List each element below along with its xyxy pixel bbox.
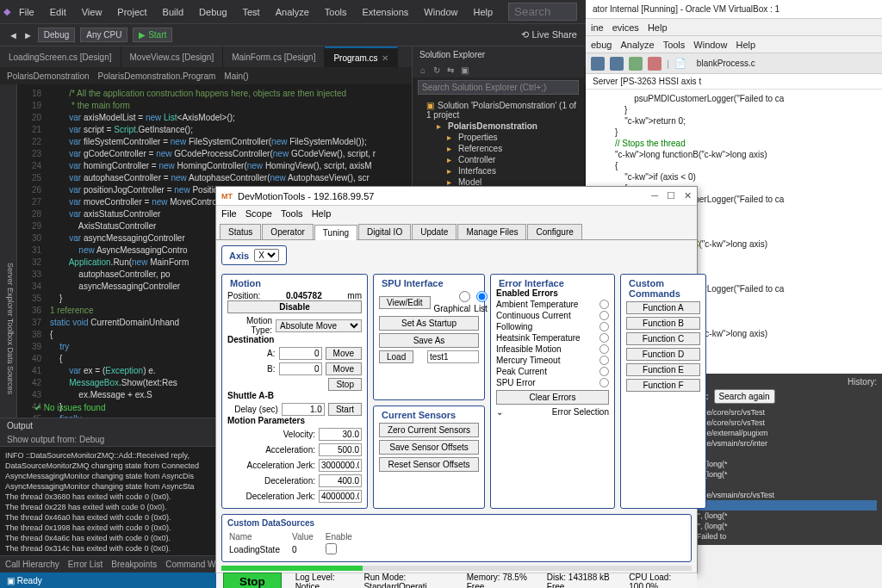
tab-breakpoints[interactable]: Breakpoints xyxy=(111,560,157,569)
move-a-button[interactable]: Move xyxy=(326,347,362,360)
custom-fn-button[interactable]: Function B xyxy=(626,317,700,330)
fwd-icon[interactable] xyxy=(610,57,624,71)
menu-window[interactable]: Window xyxy=(417,3,464,21)
tab-operator[interactable]: Operator xyxy=(262,224,313,239)
reset-offsets-button[interactable]: Reset Sensor Offsets xyxy=(379,457,479,472)
accel-jerk-input[interactable] xyxy=(319,459,362,472)
menu-devices[interactable]: evices xyxy=(612,22,639,33)
motion-type-select[interactable]: Absolute Move xyxy=(276,319,362,332)
graphical-radio[interactable] xyxy=(459,291,470,302)
tree-node[interactable]: ▸Interfaces xyxy=(416,165,581,176)
crumb-project[interactable]: PolarisDemonstration xyxy=(7,71,90,81)
save-offsets-button[interactable]: Save Sensor Offsets xyxy=(379,440,479,455)
nav-fwd-icon[interactable]: ► xyxy=(23,30,33,40)
home-icon[interactable]: ⌂ xyxy=(418,65,428,75)
crumb-class[interactable]: PolarisDemonstration.Program xyxy=(98,71,216,81)
maximize-icon[interactable]: ☐ xyxy=(667,190,675,201)
tab-moveview[interactable]: MoveView.cs [Design] xyxy=(121,46,224,67)
menu-scope[interactable]: Scope xyxy=(245,208,272,219)
qt-menu-analyze[interactable]: Analyze xyxy=(620,40,654,50)
menu-project[interactable]: Project xyxy=(110,3,153,21)
tree-node[interactable]: ▸Properties xyxy=(416,132,581,143)
build-icon[interactable] xyxy=(629,57,643,71)
tab-mainform[interactable]: MainForm.cs [Design] xyxy=(223,46,325,67)
custom-fn-button[interactable]: Function C xyxy=(626,332,700,345)
platform-dropdown[interactable]: Any CPU xyxy=(80,28,127,42)
tab-configure[interactable]: Configure xyxy=(527,224,581,239)
menu-help[interactable]: Help xyxy=(312,208,332,219)
start-shuttle-button[interactable]: Start xyxy=(328,403,362,416)
custom-fn-button[interactable]: Function F xyxy=(626,379,700,392)
menu-file[interactable]: File xyxy=(221,208,237,219)
tab-loadingscreen[interactable]: LoadingScreen.cs [Design] xyxy=(0,46,121,67)
custom-fn-button[interactable]: Function D xyxy=(626,348,700,361)
delay-input[interactable] xyxy=(282,403,325,416)
zero-sensors-button[interactable]: Zero Current Sensors xyxy=(379,423,479,437)
qt-menu-window[interactable]: Window xyxy=(693,40,727,50)
tab-program[interactable]: Program.cs✕ xyxy=(325,46,397,67)
tab-errorlist[interactable]: Error List xyxy=(68,560,103,569)
accel-input[interactable] xyxy=(319,443,362,456)
list-radio[interactable] xyxy=(476,291,488,302)
clear-errors-button[interactable]: Clear Errors xyxy=(496,390,609,405)
back-icon[interactable] xyxy=(591,57,605,71)
menu-help[interactable]: Help xyxy=(466,3,500,21)
tab-tuning[interactable]: Tuning xyxy=(314,225,357,240)
solexp-search[interactable]: Search Solution Explorer (Ctrl+;) xyxy=(418,80,579,95)
qt-menu-help[interactable]: Help xyxy=(736,40,755,50)
menu-test[interactable]: Test xyxy=(236,3,267,21)
viewedit-button[interactable]: View/Edit xyxy=(379,296,431,309)
tree-node[interactable]: ▸References xyxy=(416,143,581,154)
menu-debug[interactable]: Debug xyxy=(192,3,233,21)
move-b-button[interactable]: Move xyxy=(326,362,362,375)
collapse-icon[interactable]: ▣ xyxy=(459,65,469,75)
search-again-button[interactable] xyxy=(714,389,775,404)
menu-help[interactable]: Help xyxy=(648,22,668,33)
custom-fn-button[interactable]: Function A xyxy=(626,301,700,314)
minimize-icon[interactable]: ─ xyxy=(651,190,658,201)
sln-node[interactable]: ▣Solution 'PolarisDemonstration' (1 of 1… xyxy=(416,100,581,121)
qt-menu-debug[interactable]: ebug xyxy=(591,40,612,50)
stop-icon[interactable] xyxy=(648,57,662,71)
config-dropdown[interactable]: Debug xyxy=(38,28,75,42)
nav-back-icon[interactable]: ◄ xyxy=(9,30,18,40)
axis-dropdown[interactable]: X xyxy=(254,249,279,262)
menu-extensions[interactable]: Extensions xyxy=(356,3,416,21)
tab-callhierarchy[interactable]: Call Hierarchy xyxy=(5,560,59,569)
crumb-method[interactable]: Main() xyxy=(224,71,248,81)
set-startup-button[interactable]: Set As Startup xyxy=(379,316,479,331)
open-file[interactable]: blankProcess.c xyxy=(697,59,755,68)
close-icon[interactable]: ✕ xyxy=(684,190,692,201)
tab-managefiles[interactable]: Manage Files xyxy=(457,224,526,239)
menu-tools[interactable]: Tools xyxy=(318,3,354,21)
menu-build[interactable]: Build xyxy=(156,3,190,21)
stop-main-button[interactable]: Stop xyxy=(223,573,282,588)
tab-update[interactable]: Update xyxy=(412,224,457,239)
saveas-button[interactable]: Save As xyxy=(379,333,479,348)
close-icon[interactable]: ✕ xyxy=(382,53,388,63)
dest-a-input[interactable] xyxy=(279,347,322,360)
chevron-down-icon[interactable]: ⌄ xyxy=(496,407,503,417)
decel-jerk-input[interactable] xyxy=(319,490,362,503)
velocity-input[interactable] xyxy=(319,428,362,441)
load-button[interactable]: Load xyxy=(379,350,413,363)
menu-analyze[interactable]: Analyze xyxy=(269,3,316,21)
refresh-icon[interactable]: ↻ xyxy=(432,65,442,75)
liveshare-button[interactable]: ⟲ Live Share xyxy=(521,29,577,40)
proj-node[interactable]: ▸PolarisDemonstration xyxy=(416,121,581,132)
load-file-input[interactable] xyxy=(427,350,479,363)
custom-fn-button[interactable]: Function E xyxy=(626,363,700,376)
dmt-titlebar[interactable]: MT DevMotionTools - 192.168.99.57 ─ ☐ ✕ xyxy=(216,187,697,206)
tab-status[interactable]: Status xyxy=(220,224,261,239)
tab-digitalio[interactable]: Digital IO xyxy=(358,224,411,239)
decel-input[interactable] xyxy=(319,474,362,487)
sync-icon[interactable]: ⇆ xyxy=(445,65,456,75)
menu-machine[interactable]: ine xyxy=(591,22,604,33)
menu-file[interactable]: File xyxy=(12,3,41,21)
dest-b-input[interactable] xyxy=(279,362,322,375)
menu-tools[interactable]: Tools xyxy=(281,208,303,219)
tree-node[interactable]: ▸Controller xyxy=(416,154,581,165)
menu-view[interactable]: View xyxy=(75,3,109,21)
start-button[interactable]: ▶ Start xyxy=(133,28,172,42)
menu-edit[interactable]: Edit xyxy=(43,3,73,21)
